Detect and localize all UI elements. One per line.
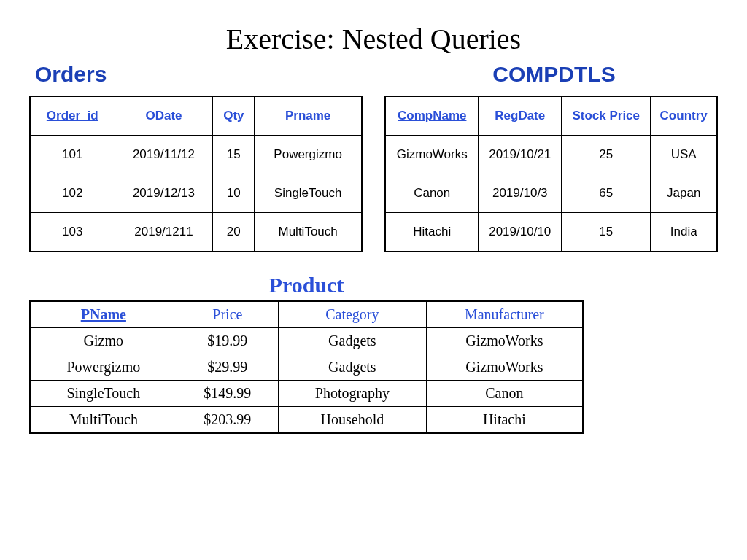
col-header: Price: [177, 301, 278, 328]
table-row: MultiTouch $203.99 Household Hitachi: [30, 407, 583, 434]
cell: 15: [213, 136, 255, 174]
orders-table: Order_id ODate Qty Prname 101 2019/11/12…: [29, 96, 363, 252]
cell: 2019/11/12: [115, 136, 213, 174]
col-header: Prname: [255, 96, 362, 136]
cell: 2019/1211: [115, 213, 213, 252]
cell: Gadgets: [279, 328, 427, 354]
cell: 103: [30, 213, 115, 252]
col-header: PName: [30, 301, 177, 328]
table-row: Gizmo $19.99 Gadgets GizmoWorks: [30, 328, 583, 354]
table-header-row: Order_id ODate Qty Prname: [30, 96, 362, 136]
cell: 102: [30, 174, 115, 213]
compdtls-table: CompName RegDate Stock Price Country Giz…: [384, 96, 718, 252]
cell: 20: [213, 213, 255, 252]
cell: Powergizmo: [30, 354, 177, 381]
orders-title: Orders: [35, 62, 363, 87]
cell: 65: [562, 174, 651, 213]
compdtls-title: COMPDTLS: [390, 62, 718, 87]
col-header: Country: [651, 96, 717, 136]
table-row: SingleTouch $149.99 Photography Canon: [30, 381, 583, 407]
product-wrap: Product PName Price Category Manufacture…: [29, 273, 584, 434]
cell: 101: [30, 136, 115, 174]
cell: 2019/10/3: [479, 174, 562, 213]
cell: GizmoWorks: [426, 354, 583, 381]
cell: MultiTouch: [255, 213, 362, 252]
cell: 10: [213, 174, 255, 213]
cell: $29.99: [177, 354, 278, 381]
table-row: 101 2019/11/12 15 Powergizmo: [30, 136, 362, 174]
cell: Japan: [651, 174, 717, 213]
cell: Gizmo: [30, 328, 177, 354]
cell: Canon: [385, 174, 479, 213]
orders-col: Orders Order_id ODate Qty Prname 101 201…: [29, 62, 363, 252]
compdtls-col: COMPDTLS CompName RegDate Stock Price Co…: [384, 62, 718, 252]
cell: Gadgets: [279, 354, 427, 381]
cell: Canon: [426, 381, 583, 407]
cell: $203.99: [177, 407, 278, 434]
slide-title: Exercise: Nested Queries: [29, 22, 718, 56]
cell: SingleTouch: [30, 381, 177, 407]
cell: GizmoWorks: [426, 328, 583, 354]
col-header: Order_id: [30, 96, 115, 136]
cell: Hitachi: [426, 407, 583, 434]
cell: Powergizmo: [255, 136, 362, 174]
cell: $19.99: [177, 328, 278, 354]
table-header-row: PName Price Category Manufacturer: [30, 301, 583, 328]
cell: India: [651, 213, 717, 252]
cell: Photography: [279, 381, 427, 407]
cell: GizmoWorks: [385, 136, 479, 174]
product-title: Product: [29, 273, 584, 298]
col-header: Stock Price: [562, 96, 651, 136]
cell: $149.99: [177, 381, 278, 407]
cell: Household: [279, 407, 427, 434]
slide: Exercise: Nested Queries Orders Order_id…: [0, 0, 747, 448]
table-row: Hitachi 2019/10/10 15 India: [385, 213, 717, 252]
cell: USA: [651, 136, 717, 174]
cell: Hitachi: [385, 213, 479, 252]
col-header: ODate: [115, 96, 213, 136]
col-header: Category: [279, 301, 427, 328]
table-row: Powergizmo $29.99 Gadgets GizmoWorks: [30, 354, 583, 381]
table-row: GizmoWorks 2019/10/21 25 USA: [385, 136, 717, 174]
table-header-row: CompName RegDate Stock Price Country: [385, 96, 717, 136]
cell: SingleTouch: [255, 174, 362, 213]
col-header: Manufacturer: [426, 301, 583, 328]
tables-row: Orders Order_id ODate Qty Prname 101 201…: [29, 62, 718, 252]
cell: 2019/12/13: [115, 174, 213, 213]
col-header: CompName: [385, 96, 479, 136]
cell: 2019/10/10: [479, 213, 562, 252]
col-header: Qty: [213, 96, 255, 136]
col-header: RegDate: [479, 96, 562, 136]
table-row: 102 2019/12/13 10 SingleTouch: [30, 174, 362, 213]
cell: 2019/10/21: [479, 136, 562, 174]
cell: 15: [562, 213, 651, 252]
cell: 25: [562, 136, 651, 174]
table-row: Canon 2019/10/3 65 Japan: [385, 174, 717, 213]
cell: MultiTouch: [30, 407, 177, 434]
product-table: PName Price Category Manufacturer Gizmo …: [29, 300, 584, 434]
table-row: 103 2019/1211 20 MultiTouch: [30, 213, 362, 252]
